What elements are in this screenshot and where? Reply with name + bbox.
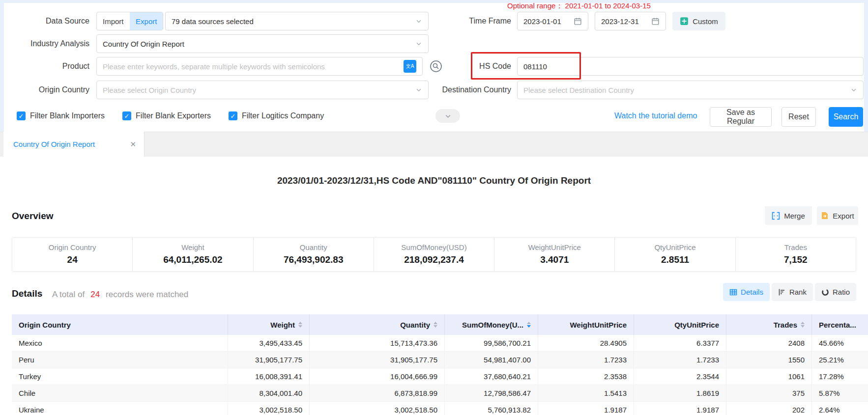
cell-qtyunitprice: 1.7233 [634, 352, 726, 368]
tab-country-of-origin-report[interactable]: Country Of Origin Report ✕ [3, 132, 145, 157]
product-input-box[interactable]: 文A [96, 57, 423, 76]
data-source-option-import[interactable]: Import [97, 12, 130, 30]
hs-code-input[interactable] [523, 62, 857, 71]
cell-quantity: 15,713,473.36 [310, 335, 445, 351]
column-label: Quantity [400, 321, 430, 329]
data-source-option-export[interactable]: Export [130, 12, 163, 30]
end-date-value: 2023-12-31 [601, 17, 639, 26]
stat-quantity: Quantity 76,493,902.83 [253, 238, 374, 271]
table-row-peru[interactable]: Peru31,905,177.7531,905,177.7554,981,407… [12, 352, 868, 368]
stat-sumofmoney-usd: SumOfMoney(USD) 218,092,237.4 [374, 238, 494, 271]
checkbox-filter-logitics-company[interactable]: ✓ Filter Logitics Company [229, 111, 324, 120]
page-edge-top [0, 0, 868, 3]
table-row-mexico[interactable]: Mexico3,495,433.4515,713,473.3699,586,70… [12, 335, 868, 352]
chevron-down-icon [415, 18, 422, 25]
checkbox-checked-icon[interactable]: ✓ [229, 111, 237, 120]
destination-country-label: Destination Country [418, 81, 511, 99]
expand-filters-button[interactable] [435, 109, 460, 123]
column-header-qtyunitprice: QtyUnitPrice [634, 314, 726, 335]
cell-percenta: 17.28% [812, 368, 868, 385]
view-label: Ratio [833, 288, 850, 296]
table-row-turkey[interactable]: Turkey16,008,391.4116,004,666.9937,680,6… [12, 368, 868, 385]
sort-icon[interactable] [434, 322, 437, 328]
calendar-icon [574, 17, 582, 26]
stat-qtyunitprice: QtyUnitPrice 2.8511 [614, 238, 735, 271]
column-header-weight[interactable]: Weight [228, 314, 310, 335]
reset-button[interactable]: Reset [781, 107, 816, 127]
stat-value: 2.8511 [615, 254, 735, 265]
column-header-quantity[interactable]: Quantity [310, 314, 445, 335]
search-button[interactable]: Search [829, 107, 863, 127]
checkbox-checked-icon[interactable]: ✓ [17, 111, 26, 120]
merge-icon [772, 212, 780, 220]
cell-sumofmoney-u: 54,981,407.00 [445, 352, 538, 368]
save-as-regular-button[interactable]: Save as Regular [710, 107, 772, 127]
sort-icon[interactable] [527, 322, 531, 328]
cell-quantity: 3,002,518.50 [310, 402, 445, 415]
sort-icon[interactable] [298, 322, 302, 328]
tutorial-demo-link[interactable]: Watch the tutorial demo [614, 106, 697, 126]
export-button[interactable]: Export [817, 206, 858, 225]
cell-sumofmoney-u: 99,586,700.21 [445, 335, 538, 351]
report-title: 2023/01/01-2023/12/31,HS Code AND"081110… [0, 175, 868, 186]
sort-icon[interactable] [801, 322, 805, 328]
checkbox-filter-blank-importers[interactable]: ✓ Filter Blank Importers [17, 111, 105, 120]
checkbox-label: Filter Logitics Company [242, 111, 324, 120]
table-body: Mexico3,495,433.4515,713,473.3699,586,70… [12, 335, 868, 415]
details-heading: Details [12, 288, 42, 299]
overview-stats-card: Origin Country 24 Weight 64,011,265.02 Q… [12, 237, 856, 272]
end-date-input[interactable]: 2023-12-31 [595, 12, 666, 30]
table-header-row: Origin Country Weight Quantity SumOfMone… [12, 314, 868, 335]
chevron-down-icon [850, 86, 857, 93]
checkbox-filter-blank-exporters[interactable]: ✓ Filter Blank Exporters [122, 111, 211, 120]
export-icon [821, 212, 829, 220]
column-header-trades[interactable]: Trades [726, 314, 812, 335]
calendar-icon [651, 17, 660, 26]
cell-trades: 1061 [726, 368, 812, 385]
product-input[interactable] [103, 62, 404, 71]
table-row-chile[interactable]: Chile8,304,001.406,873,818.9912,798,586.… [12, 385, 868, 402]
hs-code-input-box[interactable] [517, 57, 864, 76]
column-header-percenta: Percenta... [812, 314, 868, 335]
data-source-segmented[interactable]: ImportExport [96, 12, 163, 30]
destination-country-select[interactable]: Please select Destination Country [517, 81, 864, 99]
stat-value: 64,011,265.02 [133, 254, 253, 265]
close-icon[interactable]: ✕ [130, 140, 136, 149]
column-label: WeightUnitPrice [570, 321, 627, 329]
cell-origin-country: Ukraine [12, 402, 228, 415]
column-label: Trades [774, 321, 797, 329]
column-header-sumofmoney-u[interactable]: SumOfMoney(U... [445, 314, 538, 335]
column-label: Origin Country [19, 321, 71, 329]
industry-analysis-select[interactable]: Country Of Origin Report [96, 34, 429, 53]
stat-label: WeightUnitPrice [494, 243, 614, 251]
table-row-ukraine[interactable]: Ukraine3,002,518.503,002,518.505,760,913… [12, 402, 868, 415]
cell-quantity: 31,905,177.75 [310, 352, 445, 368]
translate-icon[interactable]: 文A [404, 60, 416, 73]
cell-sumofmoney-u: 12,798,586.47 [445, 385, 538, 401]
cell-origin-country: Mexico [12, 335, 228, 351]
view-rank-button[interactable]: Rank [772, 283, 813, 301]
stat-trades: Trades 7,152 [735, 238, 856, 271]
custom-range-button[interactable]: Custom [672, 12, 725, 30]
cell-weight: 3,002,518.50 [228, 402, 310, 415]
summary-prefix: A total of [52, 290, 85, 299]
hs-code-label: HS Code [418, 57, 511, 76]
stat-label: Quantity [254, 243, 374, 251]
data-sources-value: 79 data sources selected [172, 17, 254, 26]
start-date-input[interactable]: 2023-01-01 [517, 12, 588, 30]
page-edge-right [864, 0, 868, 132]
column-label: Percenta... [819, 321, 856, 329]
cell-sumofmoney-u: 5,760,913.82 [445, 402, 538, 415]
data-source-label: Data Source [0, 12, 89, 30]
cell-trades: 1550 [726, 352, 812, 368]
origin-country-select[interactable]: Please select Origin Country [96, 81, 429, 99]
data-sources-select[interactable]: 79 data sources selected [165, 12, 429, 30]
view-details-button[interactable]: Details [723, 283, 770, 301]
merge-button[interactable]: Merge [765, 206, 812, 225]
checkbox-checked-icon[interactable]: ✓ [122, 111, 131, 120]
time-frame-label: Time Frame [428, 12, 511, 30]
view-ratio-button[interactable]: Ratio [815, 283, 856, 301]
cell-weight: 8,304,001.40 [228, 385, 310, 401]
stat-label: SumOfMoney(USD) [374, 243, 494, 251]
details-summary: A total of24records were matched [52, 290, 188, 300]
